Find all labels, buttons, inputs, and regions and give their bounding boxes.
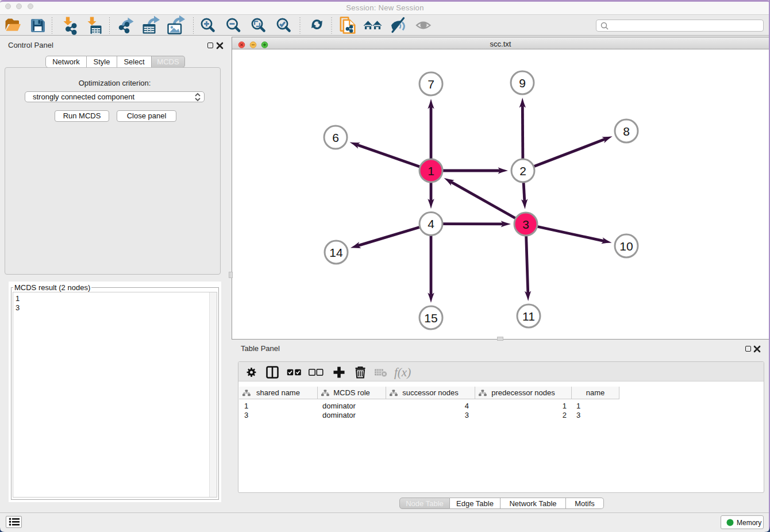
svg-text:3: 3 <box>522 218 529 231</box>
svg-text:1: 1 <box>428 164 434 178</box>
svg-text:4: 4 <box>428 217 434 230</box>
svg-text:11: 11 <box>522 310 535 323</box>
svg-text:6: 6 <box>332 131 339 144</box>
svg-text:9: 9 <box>519 76 526 90</box>
svg-text:14: 14 <box>329 246 343 259</box>
svg-text:15: 15 <box>424 311 437 325</box>
svg-text:10: 10 <box>619 240 633 253</box>
svg-text:f(x): f(x) <box>394 365 411 379</box>
svg-text:8: 8 <box>623 125 630 138</box>
svg-text:7: 7 <box>428 78 434 91</box>
svg-text:2: 2 <box>519 164 526 178</box>
